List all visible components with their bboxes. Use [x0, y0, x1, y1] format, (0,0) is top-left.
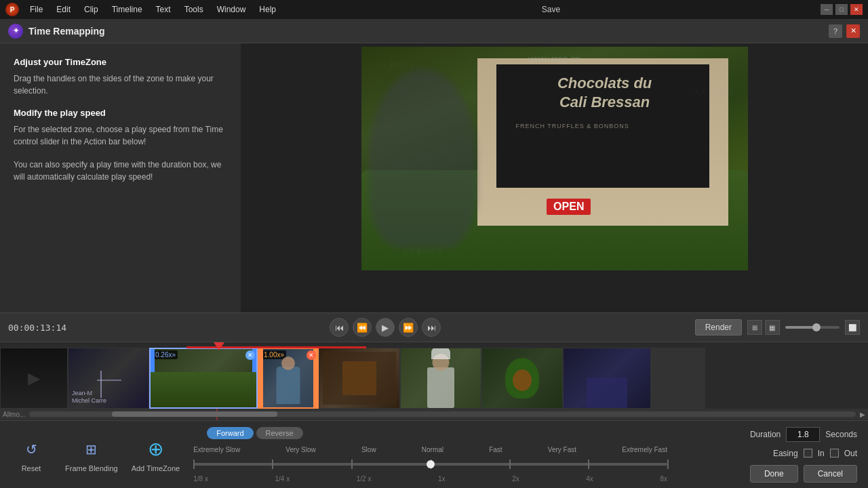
- skip-to-start-button[interactable]: ⏮: [330, 318, 349, 337]
- app-logo: P: [5, 3, 19, 16]
- menu-tools[interactable]: Tools: [179, 3, 209, 16]
- skip-to-end-button[interactable]: ⏭: [422, 318, 441, 337]
- menu-edit[interactable]: Edit: [51, 3, 76, 16]
- clip-2[interactable]: Jean-MMichel Carre: [68, 348, 149, 409]
- speed-sub-3: 1x: [438, 475, 446, 483]
- done-button[interactable]: Done: [750, 465, 798, 483]
- timecode: 00:00:13:14: [8, 323, 76, 333]
- shop-sign-line2: Cali Bressan: [559, 94, 650, 110]
- previous-frame-button[interactable]: ⏪: [353, 318, 372, 337]
- dialog-title: Time Remapping: [28, 26, 105, 37]
- clip-chef[interactable]: [400, 348, 481, 409]
- menu-bar: File Edit Clip Timeline Text Tools Windo…: [24, 3, 281, 16]
- speed-sub-1: 1/4 x: [275, 475, 290, 483]
- transport-controls: ⏮ ⏪ ▶ ⏩ ⏭: [330, 318, 441, 337]
- video-preview: Chocolats du Cali Bressan FRENCH TRUFFLE…: [361, 47, 748, 270]
- dialog-header: ✦ Time Remapping ? ✕: [0, 19, 868, 43]
- duration-row: Duration 1.8 Seconds: [750, 427, 857, 442]
- clip-restaurant[interactable]: [319, 348, 400, 409]
- speed-sub-4: 2x: [512, 475, 519, 483]
- speed-sub-5: 4x: [586, 475, 593, 483]
- clip-speed-badge-2: 1.00x»: [262, 350, 286, 359]
- zoom-handle[interactable]: [812, 323, 821, 331]
- view-controls: ⊞ ▦: [747, 320, 780, 335]
- scrollbar-thumb[interactable]: [112, 411, 277, 417]
- menu-window[interactable]: Window: [212, 3, 252, 16]
- speed-label-4: Fast: [489, 446, 502, 453]
- clip-more[interactable]: [651, 348, 705, 409]
- forward-button[interactable]: Forward: [207, 427, 253, 439]
- scroll-label: Allmo...: [3, 411, 25, 418]
- easing-row: Easing In Out: [773, 449, 857, 458]
- maximize-button[interactable]: □: [835, 4, 848, 15]
- speed-label-3: Normal: [422, 446, 443, 453]
- zone-handle-left-2[interactable]: [259, 349, 263, 407]
- zoom-slider[interactable]: [785, 326, 840, 329]
- play-button[interactable]: ▶: [376, 318, 395, 337]
- zone-close-1[interactable]: ✕: [245, 350, 255, 360]
- easing-in-label: In: [818, 449, 825, 458]
- instructions-panel: Adjust your TimeZone Drag the handles on…: [0, 43, 241, 312]
- menu-help[interactable]: Help: [254, 3, 281, 16]
- menu-text[interactable]: Text: [151, 3, 176, 16]
- duration-input[interactable]: 1.8: [786, 427, 820, 442]
- tick-1: [272, 460, 273, 469]
- speed-track[interactable]: [193, 463, 667, 466]
- dialog-close-button[interactable]: ✕: [846, 24, 860, 38]
- minimize-button[interactable]: ─: [821, 4, 833, 15]
- main-dialog: ✦ Time Remapping ? ✕ Adjust your TimeZon…: [0, 19, 868, 488]
- view-fit-button[interactable]: ⊞: [747, 320, 762, 335]
- timeline-strip[interactable]: ▶ Jean-MMichel Carre 0.26x» ✕ 1.00x»: [0, 342, 868, 420]
- clip-selected-2[interactable]: 1.00x» ✕: [258, 348, 319, 409]
- menu-file[interactable]: File: [24, 3, 48, 16]
- help-button[interactable]: ?: [829, 24, 842, 38]
- speed-labels: Extremely Slow Very Slow Slow Normal Fas…: [193, 446, 667, 453]
- fullscreen-button[interactable]: ⬜: [845, 320, 860, 335]
- cancel-button[interactable]: Cancel: [804, 465, 857, 483]
- open-sign: OPEN: [547, 199, 591, 215]
- reverse-button[interactable]: Reverse: [256, 427, 303, 439]
- easing-in-checkbox[interactable]: [804, 449, 812, 458]
- scrollbar-track[interactable]: [29, 411, 856, 417]
- easing-out-label: Out: [844, 449, 857, 458]
- speed-sublabels: 1/8 x 1/4 x 1/2 x 1x 2x 4x 8x: [193, 475, 667, 483]
- speed-handle[interactable]: [427, 460, 435, 468]
- next-frame-button[interactable]: ⏩: [399, 318, 418, 337]
- tick-4: [509, 460, 511, 469]
- frame-blending-button[interactable]: ⊞ Frame Blending: [65, 437, 118, 472]
- close-button[interactable]: ✕: [850, 4, 863, 15]
- text-timezone: Drag the handles on the sides of the zon…: [14, 73, 227, 97]
- heading-playspeed: Modify the play speed: [14, 108, 227, 118]
- scroll-arrow-right[interactable]: ▶: [860, 411, 865, 418]
- zone-close-2[interactable]: ✕: [307, 350, 316, 360]
- reset-button[interactable]: ↺ Reset: [11, 437, 52, 472]
- speed-sub-0: 1/8 x: [193, 475, 208, 483]
- speed-label-0: Extremely Slow: [193, 446, 240, 453]
- tick-0: [193, 460, 195, 469]
- timeline-scrollbar[interactable]: Allmo... ▶: [0, 409, 868, 420]
- frame-blending-label: Frame Blending: [65, 464, 118, 472]
- view-fill-button[interactable]: ▦: [765, 320, 780, 335]
- menu-clip[interactable]: Clip: [79, 3, 104, 16]
- clip-1[interactable]: ▶: [0, 348, 68, 409]
- right-section: Duration 1.8 Seconds Easing In Out Done …: [681, 427, 857, 483]
- tick-6: [667, 460, 669, 469]
- titlebar: P File Edit Clip Timeline Text Tools Win…: [0, 0, 868, 19]
- done-cancel-row: Done Cancel: [750, 465, 857, 483]
- easing-out-checkbox[interactable]: [830, 449, 839, 458]
- tick-5: [588, 460, 589, 469]
- shop-sign-line1: Chocolats du: [557, 75, 652, 92]
- duration-unit: Seconds: [825, 430, 857, 439]
- clip-gloves[interactable]: [563, 348, 651, 409]
- add-timezone-button[interactable]: ⊕ Add TimeZone: [132, 437, 180, 472]
- clip-avocado[interactable]: [481, 348, 563, 409]
- tools-section: ↺ Reset ⊞ Frame Blending ⊕ Add TimeZone: [11, 437, 180, 472]
- text-duration-tip: You can also specify a play time with th…: [14, 159, 227, 183]
- menu-timeline[interactable]: Timeline: [106, 3, 148, 16]
- clip-selected-1[interactable]: 0.26x» ✕: [149, 348, 258, 409]
- reset-label: Reset: [22, 464, 41, 472]
- render-button[interactable]: Render: [695, 319, 742, 336]
- tick-2: [351, 460, 353, 469]
- content-area: Adjust your TimeZone Drag the handles on…: [0, 43, 868, 312]
- zoom-slider-area[interactable]: [785, 326, 840, 329]
